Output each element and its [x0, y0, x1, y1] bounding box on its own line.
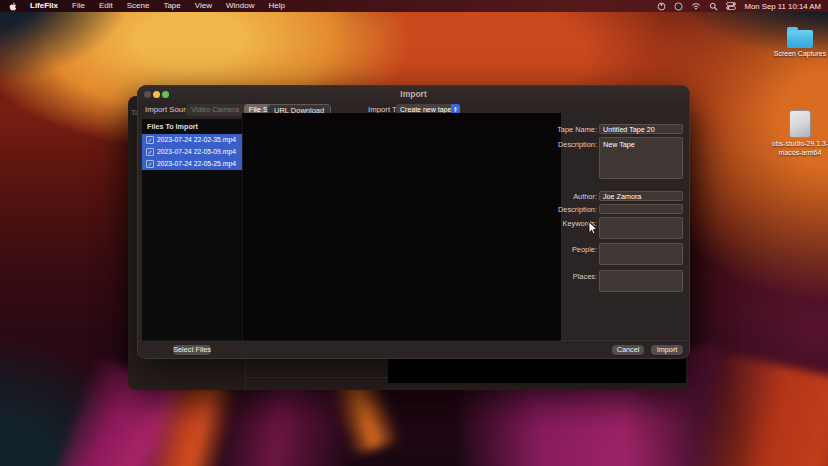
segment-video-camera[interactable]: Video Camera — [186, 104, 244, 117]
tape-name-field[interactable]: Untitled Tape 20 — [599, 124, 683, 134]
file-checkbox[interactable]: ✓ — [146, 136, 154, 144]
background-window-divider — [245, 354, 246, 390]
record-app-icon[interactable] — [670, 2, 687, 11]
desktop-icon-label: Screen Captures — [771, 50, 828, 59]
menu-window[interactable]: Window — [219, 0, 261, 12]
menu-tape[interactable]: Tape — [156, 0, 187, 12]
desktop-icon-screen-captures[interactable]: Screen Captures — [764, 26, 828, 59]
description2-label: Description: — [541, 205, 597, 214]
menu-scene[interactable]: Scene — [120, 0, 157, 12]
places-field[interactable] — [599, 270, 683, 292]
apple-menu[interactable] — [0, 2, 23, 11]
import-button[interactable]: Import — [651, 345, 683, 355]
file-name: 2023-07-24 22-05-09.mp4 — [157, 148, 236, 155]
keywords-field[interactable] — [599, 217, 683, 239]
search-icon[interactable] — [705, 2, 722, 11]
desktop-icon-obs-disk[interactable]: obs-studio-29.1.3-macos-arm64 — [764, 110, 828, 158]
background-window-divider — [245, 377, 388, 378]
menu-bar-clock[interactable]: Mon Sep 11 10:14 AM — [740, 2, 828, 11]
popup-selected-value: Create new tape — [396, 106, 451, 113]
wifi-icon[interactable] — [687, 2, 705, 10]
file-row[interactable]: ✓ 2023-07-24 22-05-09.mp4 — [142, 146, 242, 158]
import-dialog: Import Import Source: Video Camera File … — [137, 85, 690, 359]
disk-image-icon — [789, 110, 811, 138]
cancel-button[interactable]: Cancel — [612, 345, 644, 355]
menu-view[interactable]: View — [188, 0, 219, 12]
menu-edit[interactable]: Edit — [92, 0, 120, 12]
file-checkbox[interactable]: ✓ — [146, 148, 154, 156]
dialog-bottom-bar: Select Files Cancel Import — [138, 340, 689, 358]
description-label: Description: — [541, 140, 597, 149]
video-preview-area — [242, 113, 561, 341]
author-field[interactable]: Joe Zamora — [599, 191, 683, 201]
people-label: People: — [541, 245, 597, 254]
select-files-button[interactable]: Select Files — [173, 345, 211, 355]
tape-name-label: Tape Name: — [541, 125, 597, 134]
desktop-icon-label: obs-studio-29.1.3-macos-arm64 — [771, 140, 828, 158]
files-panel-header: Files To Import — [142, 119, 242, 134]
file-name: 2023-07-24 22-05-25.mp4 — [157, 160, 236, 167]
dialog-title-bar[interactable]: Import — [138, 86, 689, 101]
folder-icon — [787, 30, 813, 48]
file-row[interactable]: ✓ 2023-07-24 22-05-25.mp4 — [142, 158, 242, 170]
author-label: Author: — [541, 192, 597, 201]
menu-bar: LifeFlix File Edit Scene Tape View Windo… — [0, 0, 828, 12]
dialog-title: Import — [138, 89, 689, 99]
description-field[interactable]: New Tape — [599, 137, 683, 179]
file-checkbox[interactable]: ✓ — [146, 160, 154, 168]
places-label: Places: — [541, 272, 597, 281]
file-row[interactable]: ✓ 2023-07-24 22-02-35.mp4 — [142, 134, 242, 146]
file-name: 2023-07-24 22-02-35.mp4 — [157, 136, 236, 143]
obs-icon[interactable] — [653, 2, 670, 11]
menu-app-name[interactable]: LifeFlix — [23, 0, 65, 12]
menu-help[interactable]: Help — [261, 0, 291, 12]
description2-field[interactable] — [599, 204, 683, 214]
files-to-import-panel: Files To Import ✓ 2023-07-24 22-02-35.mp… — [142, 119, 243, 341]
menu-file[interactable]: File — [65, 0, 92, 12]
apple-icon — [9, 2, 17, 11]
control-center-icon[interactable] — [722, 2, 740, 10]
mouse-cursor — [588, 221, 599, 240]
people-field[interactable] — [599, 243, 683, 265]
chevron-down-icon: ▾ — [454, 109, 456, 112]
